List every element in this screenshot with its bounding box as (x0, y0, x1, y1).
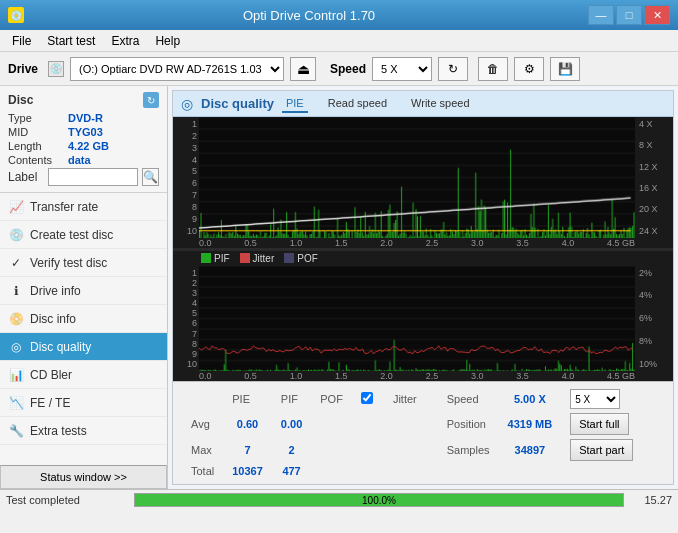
total-row-label: Total (183, 464, 222, 478)
start-full-button[interactable]: Start full (570, 413, 628, 435)
legend-pif-label: PIF (214, 253, 230, 264)
pie-total: 10367 (224, 464, 271, 478)
menu-help[interactable]: Help (147, 32, 188, 50)
sidebar-item-cd-bler[interactable]: 📊 CD Bler (0, 361, 167, 389)
content-area: ◎ Disc quality PIE Read speed Write spee… (168, 86, 678, 489)
chart2-wrapper: 10987654321 10%8%6%4%2% (173, 266, 673, 372)
legend-jitter: Jitter (240, 253, 275, 264)
chart2-y-left: 10987654321 (173, 266, 199, 372)
disc-contents-row: Contents data (8, 154, 159, 166)
drive-label: Drive (8, 62, 38, 76)
samples-value: 34897 (500, 438, 561, 462)
sidebar-item-disc-quality[interactable]: ◎ Disc quality (0, 333, 167, 361)
drive-icon: 💿 (48, 61, 64, 77)
chart1-inner (199, 117, 635, 238)
legend-pif: PIF (201, 253, 230, 264)
sidebar-item-label: Drive info (30, 284, 81, 298)
sidebar-item-extra-tests[interactable]: 🔧 Extra tests (0, 417, 167, 445)
legend-pof: POF (284, 253, 318, 264)
tab-pie[interactable]: PIE (282, 95, 308, 113)
status-window-button[interactable]: Status window >> (0, 465, 167, 489)
disc-label-scan-button[interactable]: 🔍 (142, 168, 159, 186)
disc-mid-label: MID (8, 126, 68, 138)
legend-pof-dot (284, 253, 294, 263)
menu-extra[interactable]: Extra (103, 32, 147, 50)
stats-panel: PIE PIF POF Jitter Speed 5.00 X 5 X Avg … (173, 381, 673, 484)
refresh-button[interactable]: ↻ (438, 57, 468, 81)
sidebar-item-label: Disc quality (30, 340, 91, 354)
legend-pof-label: POF (297, 253, 318, 264)
chart2-legend: PIF Jitter POF (173, 251, 673, 266)
disc-mid-value: TYG03 (68, 126, 103, 138)
chart2-y-right: 10%8%6%4%2% (635, 266, 673, 372)
config-button[interactable]: ⚙ (514, 57, 544, 81)
sidebar: Disc ↻ Type DVD-R MID TYG03 Length 4.22 … (0, 86, 168, 489)
sidebar-item-label: Create test disc (30, 228, 113, 242)
disc-quality-title: Disc quality (201, 96, 274, 111)
app-icon: 💿 (8, 7, 24, 23)
menu-start-test[interactable]: Start test (39, 32, 103, 50)
chart1-y-right: 24 X20 X16 X12 X8 X4 X (635, 117, 673, 238)
minimize-button[interactable]: — (588, 5, 614, 25)
main-layout: Disc ↻ Type DVD-R MID TYG03 Length 4.22 … (0, 86, 678, 489)
drive-select[interactable]: (O:) Optiarc DVD RW AD-7261S 1.03 (70, 57, 284, 81)
disc-quality-header: ◎ Disc quality PIE Read speed Write spee… (173, 91, 673, 117)
sidebar-item-label: FE / TE (30, 396, 70, 410)
pif-total: 477 (273, 464, 310, 478)
sidebar-item-transfer-rate[interactable]: 📈 Transfer rate (0, 193, 167, 221)
tab-read-speed[interactable]: Read speed (324, 95, 391, 113)
disc-header: Disc ↻ (8, 92, 159, 108)
maximize-button[interactable]: □ (616, 5, 642, 25)
jitter-checkbox[interactable] (361, 392, 373, 404)
pof-col-header: POF (312, 388, 351, 410)
disc-title: Disc (8, 93, 33, 107)
speed-select2[interactable]: 5 X (570, 389, 620, 409)
max-row-label: Max (183, 438, 222, 462)
cd-bler-icon: 📊 (8, 367, 24, 383)
start-part-button[interactable]: Start part (570, 439, 633, 461)
erase-button[interactable]: 🗑 (478, 57, 508, 81)
disc-type-row: Type DVD-R (8, 112, 159, 124)
sidebar-item-verify-test-disc[interactable]: ✓ Verify test disc (0, 249, 167, 277)
legend-pif-dot (201, 253, 211, 263)
pif-col-header: PIF (273, 388, 310, 410)
disc-length-label: Length (8, 140, 68, 152)
disc-panel: Disc ↻ Type DVD-R MID TYG03 Length 4.22 … (0, 86, 167, 193)
chart1-container: 10987654321 24 X20 X16 X12 X8 X4 X 0.00.… (173, 117, 673, 248)
sidebar-item-create-test-disc[interactable]: 💿 Create test disc (0, 221, 167, 249)
transfer-rate-icon: 📈 (8, 199, 24, 215)
samples-label: Samples (427, 438, 498, 462)
disc-info-icon: 📀 (8, 311, 24, 327)
speed-select[interactable]: 5 X 8 X 16 X (372, 57, 432, 81)
chart1-x-axis: 0.00.51.01.52.02.53.03.54.04.5 GB (173, 238, 673, 248)
disc-label-input[interactable] (48, 168, 138, 186)
chart2-inner (199, 266, 635, 372)
sidebar-item-label: CD Bler (30, 368, 72, 382)
pie-max: 7 (224, 438, 271, 462)
chart2-x-axis: 0.00.51.01.52.02.53.03.54.04.5 GB (173, 371, 673, 381)
sidebar-item-fe-te[interactable]: 📉 FE / TE (0, 389, 167, 417)
eject-button[interactable]: ⏏ (290, 57, 316, 81)
app-title: Opti Drive Control 1.70 (30, 8, 588, 23)
speed-label: Speed (330, 62, 366, 76)
close-button[interactable]: ✕ (644, 5, 670, 25)
pif-avg: 0.00 (273, 412, 310, 436)
disc-refresh-button[interactable]: ↻ (143, 92, 159, 108)
disc-label-label: Label (8, 170, 44, 184)
disc-length-row: Length 4.22 GB (8, 140, 159, 152)
disc-type-value: DVD-R (68, 112, 103, 124)
disc-length-value: 4.22 GB (68, 140, 109, 152)
menu-bar: File Start test Extra Help (0, 30, 678, 52)
tab-write-speed[interactable]: Write speed (407, 95, 474, 113)
sidebar-item-drive-info[interactable]: ℹ Drive info (0, 277, 167, 305)
save-button[interactable]: 💾 (550, 57, 580, 81)
sidebar-item-disc-info[interactable]: 📀 Disc info (0, 305, 167, 333)
progress-container: 100.0% (134, 493, 624, 507)
fe-te-icon: 📉 (8, 395, 24, 411)
charts-bg: 10987654321 24 X20 X16 X12 X8 X4 X 0.00.… (173, 117, 673, 484)
menu-file[interactable]: File (4, 32, 39, 50)
chart1-wrapper: 10987654321 24 X20 X16 X12 X8 X4 X (173, 117, 673, 238)
disc-quality-panel: ◎ Disc quality PIE Read speed Write spee… (172, 90, 674, 485)
create-test-disc-icon: 💿 (8, 227, 24, 243)
drive-toolbar: Drive 💿 (O:) Optiarc DVD RW AD-7261S 1.0… (0, 52, 678, 86)
